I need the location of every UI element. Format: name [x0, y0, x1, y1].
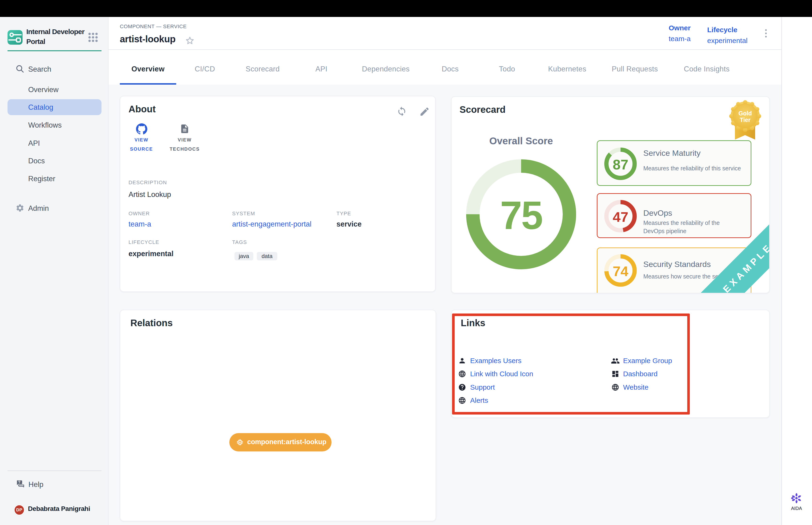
svg-text:Gold: Gold	[738, 110, 752, 117]
svg-text:Tier: Tier	[740, 117, 751, 123]
svg-text:?: ?	[18, 480, 20, 484]
